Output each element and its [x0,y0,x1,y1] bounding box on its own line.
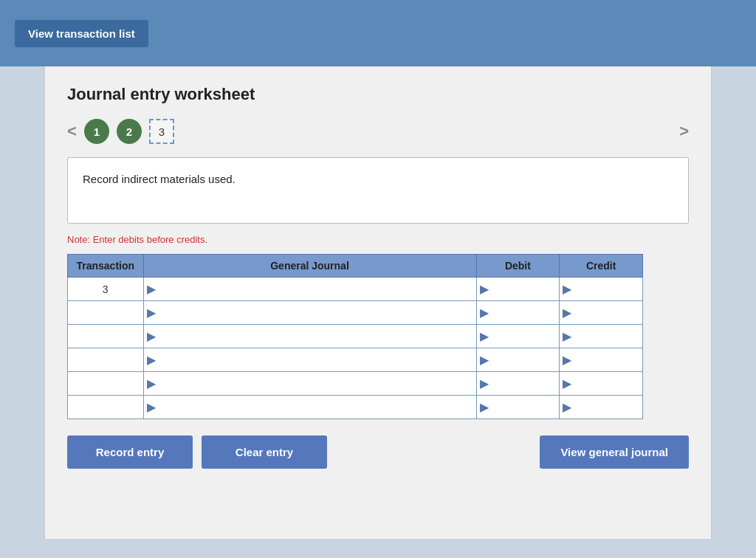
debit-input[interactable] [492,278,560,300]
col-header-transaction: Transaction [68,255,144,278]
cell-arrow-icon: ▶ [144,400,159,414]
table-row: ▶▶▶ [68,301,643,325]
cell-arrow-icon: ▶ [477,282,492,296]
transaction-cell [68,301,144,325]
transaction-cell [68,325,144,348]
credit-cell[interactable]: ▶ [560,325,643,348]
general-journal-cell[interactable]: ▶ [143,396,476,419]
general-journal-cell[interactable]: ▶ [143,301,476,325]
debit-input[interactable] [492,301,560,324]
cell-arrow-icon: ▶ [477,400,492,414]
debit-input[interactable] [492,348,560,371]
table-row: ▶▶▶ [68,372,643,396]
col-header-debit: Debit [476,255,560,278]
general-journal-input[interactable] [159,325,476,348]
view-general-journal-button[interactable]: View general journal [540,435,689,469]
cell-arrow-icon: ▶ [144,306,159,320]
cell-arrow-icon: ▶ [477,329,492,343]
transaction-cell [68,396,144,419]
credit-input[interactable] [574,348,642,371]
cell-arrow-icon: ▶ [560,282,574,296]
general-journal-input[interactable] [159,372,476,395]
table-row: ▶▶▶ [68,396,643,419]
debit-cell[interactable]: ▶ [476,396,560,419]
next-arrow[interactable]: > [679,122,689,141]
cell-arrow-icon: ▶ [477,353,492,367]
prev-arrow[interactable]: < [67,122,77,141]
view-transaction-button[interactable]: View transaction list [15,20,148,47]
cell-arrow-icon: ▶ [560,329,574,343]
credit-cell[interactable]: ▶ [560,301,643,325]
credit-cell[interactable]: ▶ [560,348,643,372]
step-2[interactable]: 2 [117,119,142,144]
cell-arrow-icon: ▶ [144,282,159,296]
debit-cell[interactable]: ▶ [476,348,560,372]
cell-arrow-icon: ▶ [144,376,159,390]
general-journal-cell[interactable]: ▶ [143,278,476,301]
credit-input[interactable] [574,325,642,348]
debit-cell[interactable]: ▶ [476,325,560,348]
cell-arrow-icon: ▶ [560,306,574,320]
debit-cell[interactable]: ▶ [476,301,560,325]
general-journal-cell[interactable]: ▶ [143,325,476,348]
transaction-cell [68,372,144,396]
journal-table: Transaction General Journal Debit Credit… [67,254,643,419]
page-title: Journal entry worksheet [67,85,689,104]
description-box: Record indirect materials used. [67,157,689,224]
table-row: ▶▶▶ [68,325,643,348]
col-header-credit: Credit [560,255,643,278]
top-bar: View transaction list [0,0,756,66]
table-row: ▶▶▶ [68,348,643,372]
debit-input[interactable] [492,372,560,395]
note-text: Note: Enter debits before credits. [67,234,689,245]
credit-input[interactable] [574,278,642,300]
credit-cell[interactable]: ▶ [560,396,643,419]
cell-arrow-icon: ▶ [477,306,492,320]
cell-arrow-icon: ▶ [144,329,159,343]
cell-arrow-icon: ▶ [560,400,574,414]
credit-cell[interactable]: ▶ [560,278,643,301]
debit-input[interactable] [492,396,560,418]
general-journal-cell[interactable]: ▶ [143,372,476,396]
buttons-row: Record entry Clear entry View general jo… [67,435,689,469]
credit-input[interactable] [574,301,642,324]
general-journal-cell[interactable]: ▶ [143,348,476,372]
debit-cell[interactable]: ▶ [476,278,560,301]
transaction-cell [68,348,144,372]
main-content: Journal entry worksheet < 1 2 3 > Record… [44,66,712,539]
step-3-current[interactable]: 3 [149,119,174,144]
credit-cell[interactable]: ▶ [560,372,643,396]
col-header-general-journal: General Journal [143,255,476,278]
cell-arrow-icon: ▶ [560,376,574,390]
debit-input[interactable] [492,325,560,348]
cell-arrow-icon: ▶ [560,353,574,367]
general-journal-input[interactable] [159,301,476,324]
general-journal-input[interactable] [159,278,476,300]
record-entry-button[interactable]: Record entry [67,435,193,469]
steps-row: < 1 2 3 > [67,119,689,144]
cell-arrow-icon: ▶ [477,376,492,390]
debit-cell[interactable]: ▶ [476,372,560,396]
credit-input[interactable] [574,372,642,395]
step-1[interactable]: 1 [84,119,109,144]
clear-entry-button[interactable]: Clear entry [202,435,327,469]
cell-arrow-icon: ▶ [144,353,159,367]
table-row: 3▶▶▶ [68,278,643,301]
general-journal-input[interactable] [159,348,476,371]
credit-input[interactable] [574,396,642,418]
transaction-cell: 3 [68,278,144,301]
general-journal-input[interactable] [159,396,476,418]
